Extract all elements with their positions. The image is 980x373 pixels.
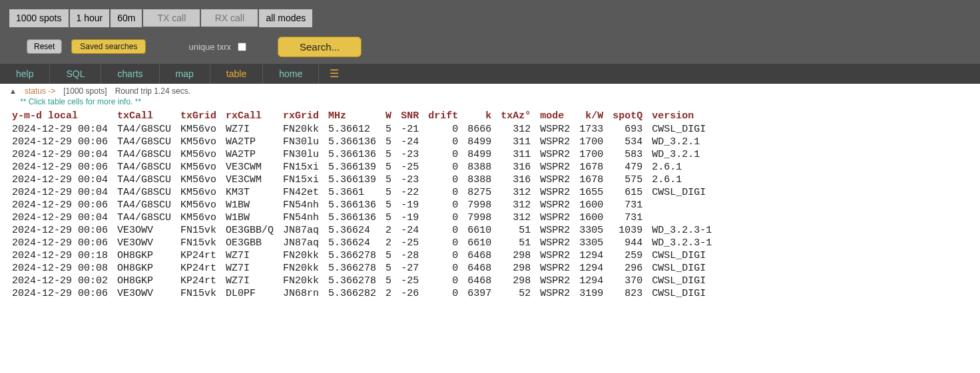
cell-mhz[interactable]: 5.366136 xyxy=(326,148,383,161)
cell-kw[interactable]: 3305 xyxy=(577,224,610,237)
cell-rxcall[interactable]: DL0PF xyxy=(223,287,280,300)
cell-spotq[interactable]: 731 xyxy=(610,211,649,224)
collapse-icon[interactable]: ▲ xyxy=(9,87,17,95)
cell-version[interactable] xyxy=(649,199,718,211)
cell-w[interactable]: 5 xyxy=(383,275,398,287)
cell-version[interactable]: 2.6.1 xyxy=(649,174,718,186)
cell-txcall[interactable]: TA4/G8SCU xyxy=(115,148,178,161)
cell-snr[interactable]: -24 xyxy=(398,136,425,148)
cell-w[interactable]: 5 xyxy=(383,148,398,161)
cell-k[interactable]: 8499 xyxy=(465,148,498,161)
col-k[interactable]: k xyxy=(465,109,498,123)
reset-button[interactable]: Reset xyxy=(27,39,62,54)
cell-snr[interactable]: -22 xyxy=(398,186,425,199)
cell-w[interactable]: 2 xyxy=(383,287,398,300)
cell-ts[interactable]: 2024-12-29 00:04 xyxy=(9,148,115,161)
spots-filter[interactable]: 1000 spots xyxy=(9,9,69,27)
cell-snr[interactable]: -23 xyxy=(398,174,425,186)
cell-k[interactable]: 8388 xyxy=(465,174,498,186)
cell-mode[interactable]: WSPR2 xyxy=(537,136,577,148)
cell-txgrid[interactable]: FN15vk xyxy=(178,237,223,249)
cell-txgrid[interactable]: KM56vo xyxy=(178,174,223,186)
cell-drift[interactable]: 0 xyxy=(425,211,465,224)
cell-rxcall[interactable]: WZ7I xyxy=(223,275,280,287)
cell-txgrid[interactable]: FN15vk xyxy=(178,287,223,300)
cell-drift[interactable]: 0 xyxy=(425,186,465,199)
cell-kw[interactable]: 3305 xyxy=(577,237,610,249)
cell-txcall[interactable]: TA4/G8SCU xyxy=(115,186,178,199)
cell-rxgrid[interactable]: FN15xi xyxy=(280,174,326,186)
col-txgrid[interactable]: txGrid xyxy=(178,109,223,123)
cell-k[interactable]: 6610 xyxy=(465,224,498,237)
cell-rxgrid[interactable]: FN42et xyxy=(280,186,326,199)
cell-w[interactable]: 5 xyxy=(383,186,398,199)
cell-snr[interactable]: -25 xyxy=(398,275,425,287)
cell-mode[interactable]: WSPR2 xyxy=(537,211,577,224)
cell-txaz[interactable]: 312 xyxy=(498,211,537,224)
hamburger-icon[interactable]: ☰ xyxy=(319,64,350,84)
cell-txaz[interactable]: 51 xyxy=(498,237,537,249)
cell-txaz[interactable]: 311 xyxy=(498,136,537,148)
cell-ts[interactable]: 2024-12-29 00:02 xyxy=(9,275,115,287)
cell-txcall[interactable]: TA4/G8SCU xyxy=(115,199,178,211)
cell-version[interactable]: CWSL_DIGI xyxy=(649,262,718,275)
cell-snr[interactable]: -27 xyxy=(398,262,425,275)
cell-kw[interactable]: 1733 xyxy=(577,123,610,136)
cell-kw[interactable]: 1294 xyxy=(577,249,610,262)
cell-spotq[interactable]: 731 xyxy=(610,199,649,211)
cell-k[interactable]: 6468 xyxy=(465,275,498,287)
cell-w[interactable]: 5 xyxy=(383,262,398,275)
cell-kw[interactable]: 1294 xyxy=(577,262,610,275)
cell-ts[interactable]: 2024-12-29 00:08 xyxy=(9,262,115,275)
cell-rxcall[interactable]: OE3GBB xyxy=(223,237,280,249)
cell-txaz[interactable]: 312 xyxy=(498,199,537,211)
tx-call-input[interactable] xyxy=(143,9,200,27)
cell-rxgrid[interactable]: JN87aq xyxy=(280,224,326,237)
cell-mode[interactable]: WSPR2 xyxy=(537,199,577,211)
cell-txcall[interactable]: TA4/G8SCU xyxy=(115,136,178,148)
cell-rxcall[interactable]: W1BW xyxy=(223,199,280,211)
col-mhz[interactable]: MHz xyxy=(326,109,383,123)
cell-snr[interactable]: -25 xyxy=(398,237,425,249)
cell-mode[interactable]: WSPR2 xyxy=(537,186,577,199)
cell-spotq[interactable]: 296 xyxy=(610,262,649,275)
col-rxgrid[interactable]: rxGrid xyxy=(280,109,326,123)
cell-mhz[interactable]: 5.36624 xyxy=(326,237,383,249)
modes-filter[interactable]: all modes xyxy=(259,9,312,27)
nav-charts[interactable]: charts xyxy=(101,64,159,84)
cell-txgrid[interactable]: KM56vo xyxy=(178,199,223,211)
cell-snr[interactable]: -26 xyxy=(398,287,425,300)
cell-ts[interactable]: 2024-12-29 00:04 xyxy=(9,174,115,186)
cell-rxgrid[interactable]: FN54nh xyxy=(280,199,326,211)
cell-mhz[interactable]: 5.36624 xyxy=(326,224,383,237)
cell-drift[interactable]: 0 xyxy=(425,249,465,262)
cell-version[interactable]: CWSL_DIGI xyxy=(649,186,718,199)
cell-txcall[interactable]: TA4/G8SCU xyxy=(115,123,178,136)
cell-txaz[interactable]: 316 xyxy=(498,174,537,186)
cell-version[interactable]: WD_3.2.1 xyxy=(649,148,718,161)
cell-txcall[interactable]: VE3OWV xyxy=(115,287,178,300)
cell-mhz[interactable]: 5.366278 xyxy=(326,275,383,287)
cell-rxcall[interactable]: WA2TP xyxy=(223,148,280,161)
cell-kw[interactable]: 1700 xyxy=(577,136,610,148)
cell-k[interactable]: 7998 xyxy=(465,199,498,211)
cell-kw[interactable]: 1700 xyxy=(577,148,610,161)
cell-k[interactable]: 8275 xyxy=(465,186,498,199)
cell-txgrid[interactable]: KM56vo xyxy=(178,211,223,224)
cell-txgrid[interactable]: KM56vo xyxy=(178,161,223,174)
nav-map[interactable]: map xyxy=(160,64,210,84)
cell-ts[interactable]: 2024-12-29 00:06 xyxy=(9,136,115,148)
cell-txgrid[interactable]: KM56vo xyxy=(178,136,223,148)
cell-version[interactable]: WD_3.2.3-1 xyxy=(649,224,718,237)
cell-snr[interactable]: -23 xyxy=(398,148,425,161)
cell-ts[interactable]: 2024-12-29 00:06 xyxy=(9,199,115,211)
cell-mode[interactable]: WSPR2 xyxy=(537,224,577,237)
cell-ts[interactable]: 2024-12-29 00:04 xyxy=(9,186,115,199)
cell-version[interactable]: CWSL_DIGI xyxy=(649,275,718,287)
cell-version[interactable]: CWSL_DIGI xyxy=(649,123,718,136)
cell-kw[interactable]: 1600 xyxy=(577,199,610,211)
cell-w[interactable]: 5 xyxy=(383,123,398,136)
cell-version[interactable]: WD_3.2.1 xyxy=(649,136,718,148)
cell-kw[interactable]: 1655 xyxy=(577,186,610,199)
cell-ts[interactable]: 2024-12-29 00:06 xyxy=(9,161,115,174)
